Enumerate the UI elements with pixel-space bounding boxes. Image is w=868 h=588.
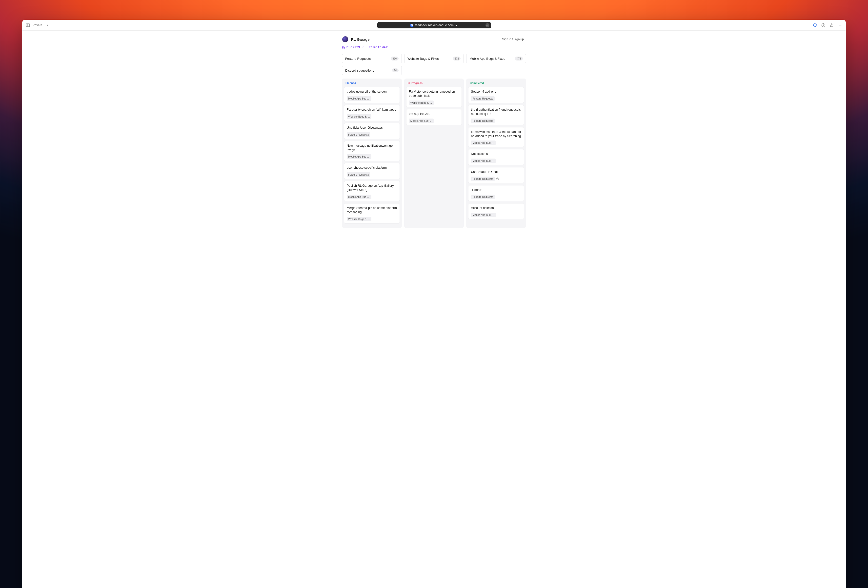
- bucket-count: 24: [392, 68, 399, 72]
- card-tags: Mobile App Bugs & F…: [409, 118, 459, 123]
- card-tags: Website Bugs & Fixes: [347, 217, 397, 221]
- tag: Feature Requests: [347, 172, 370, 177]
- titlebar: Private M feedback.rocket-league.com •••: [22, 20, 846, 31]
- brand[interactable]: RL Garage: [342, 36, 370, 43]
- shield-icon[interactable]: [813, 23, 817, 27]
- chevron-down-icon: [361, 46, 365, 49]
- roadmap-card[interactable]: the rl authentication friend reqeust is …: [468, 105, 524, 125]
- roadmap-card[interactable]: New message notificationwont go away!Mob…: [344, 141, 400, 161]
- svg-rect-0: [26, 24, 30, 27]
- bucket-name: Discord suggestions: [345, 69, 374, 72]
- tag: Website Bugs & Fixes: [347, 217, 371, 221]
- card-tags: Mobile App Bugs & F…: [347, 195, 397, 199]
- roadmap-card[interactable]: Fix Victor cert getting removed on trade…: [406, 87, 462, 107]
- card-title: the rl authentication friend reqeust is …: [471, 108, 521, 116]
- card-tags: Mobile App Bugs & F…: [347, 154, 397, 159]
- card-title: Unofficial User Giveaways: [347, 126, 397, 130]
- roadmap-card[interactable]: Items with less than 3 letters can not b…: [468, 127, 524, 148]
- card-tags: Website Bugs & Fixes: [347, 114, 397, 119]
- reader-button-icon[interactable]: •••: [486, 23, 489, 27]
- buckets-grid: Feature Requests876Website Bugs & Fixes6…: [342, 54, 526, 75]
- bucket-item[interactable]: Mobile App Bugs & Fixes473: [466, 54, 526, 63]
- favicon-icon: M: [410, 24, 413, 27]
- new-tab-icon[interactable]: [838, 23, 842, 27]
- column-header-planned: Planned: [344, 81, 400, 87]
- card-title: New message notificationwont go away!: [347, 144, 397, 152]
- tag: Feature Requests: [471, 195, 495, 199]
- tag: Mobile App Bugs & F…: [409, 118, 434, 123]
- bucket-count: 473: [515, 56, 523, 61]
- card-title: Fix quality search on "all" item types: [347, 108, 397, 112]
- bucket-item[interactable]: Feature Requests876: [342, 54, 402, 63]
- signin-link[interactable]: Sign in / Sign up: [500, 36, 526, 43]
- share-icon[interactable]: [830, 23, 834, 27]
- tag: Website Bugs & Fixes: [409, 100, 434, 105]
- browser-window: Private M feedback.rocket-league.com •••: [22, 20, 846, 588]
- roadmap-card[interactable]: "Codes"Feature Requests: [468, 185, 524, 201]
- address-bar[interactable]: M feedback.rocket-league.com •••: [377, 22, 491, 28]
- roadmap-card[interactable]: user choose specific platformFeature Req…: [344, 163, 400, 179]
- buckets-icon: [342, 46, 345, 49]
- tag: Website Bugs & Fixes: [347, 114, 371, 119]
- card-tags: Feature Requests: [347, 132, 397, 137]
- roadmap-card[interactable]: Merge Steam/Epic on same platform messag…: [344, 203, 400, 223]
- svg-rect-6: [342, 46, 344, 47]
- card-tags: Feature Requests: [471, 177, 521, 181]
- card-title: User Status in Chat: [471, 170, 521, 174]
- bucket-name: Website Bugs & Fixes: [407, 57, 439, 61]
- column-completed: Completed Season 4 add-onsFeature Reques…: [466, 78, 526, 228]
- card-title: Season 4 add-ons: [471, 90, 521, 94]
- card-title: trades going off of the screen: [347, 90, 397, 94]
- card-tags: Mobile App Bugs & F…: [471, 213, 521, 217]
- tab-buckets-label: BUCKETS: [347, 46, 360, 49]
- svg-rect-7: [344, 46, 345, 47]
- private-label: Private: [32, 24, 42, 27]
- tag: Mobile App Bugs & F…: [347, 195, 371, 199]
- roadmap-card[interactable]: Fix quality search on "all" item typesWe…: [344, 105, 400, 121]
- column-header-in-progress: In Progress: [406, 81, 462, 87]
- column-in-progress: In Progress Fix Victor cert getting remo…: [404, 78, 464, 228]
- bucket-item[interactable]: Website Bugs & Fixes672: [404, 54, 464, 63]
- sidebar-toggle-icon[interactable]: [26, 23, 30, 27]
- card-title: "Codes": [471, 188, 521, 192]
- tag: Feature Requests: [347, 132, 370, 137]
- bucket-item[interactable]: Discord suggestions24: [342, 66, 402, 75]
- card-title: user choose specific platform: [347, 166, 397, 170]
- back-button[interactable]: [45, 22, 51, 28]
- card-tags: Mobile App Bugs & F…: [471, 140, 521, 145]
- tab-roadmap[interactable]: ROADMAP: [369, 46, 388, 49]
- bucket-name: Feature Requests: [345, 57, 371, 61]
- card-tags: Feature Requests: [347, 172, 397, 177]
- roadmap-card[interactable]: Account deletionMobile App Bugs & F…: [468, 203, 524, 219]
- roadmap-card[interactable]: User Status in ChatFeature Requests: [468, 167, 524, 183]
- card-tags: Mobile App Bugs & F…: [347, 96, 397, 101]
- card-title: Fix Victor cert getting removed on trade…: [409, 90, 459, 98]
- site-title: RL Garage: [351, 37, 370, 41]
- roadmap-card[interactable]: the app freezesMobile App Bugs & F…: [406, 109, 462, 125]
- tag: Feature Requests: [471, 177, 495, 181]
- roadmap-card[interactable]: trades going off of the screenMobile App…: [344, 87, 400, 103]
- roadmap-card[interactable]: Season 4 add-onsFeature Requests: [468, 87, 524, 103]
- site-logo-icon: [342, 36, 348, 43]
- downloads-icon[interactable]: [821, 23, 825, 27]
- page-header: RL Garage Sign in / Sign up: [342, 34, 526, 46]
- tab-roadmap-label: ROADMAP: [373, 46, 388, 49]
- status-columns: Planned trades going off of the screenMo…: [342, 78, 526, 228]
- bucket-count: 672: [453, 56, 461, 61]
- roadmap-card[interactable]: Publish RL Garage on App Gallery (Huawei…: [344, 181, 400, 201]
- roadmap-card[interactable]: NotificationsMobile App Bugs & F…: [468, 149, 524, 165]
- card-tags: Website Bugs & Fixes: [409, 100, 459, 105]
- lock-icon: [455, 24, 458, 27]
- svg-rect-9: [344, 47, 345, 49]
- card-tags: Feature Requests: [471, 195, 521, 199]
- column-planned: Planned trades going off of the screenMo…: [342, 78, 402, 228]
- roadmap-icon: [369, 46, 372, 49]
- roadmap-card[interactable]: Unofficial User GiveawaysFeature Request…: [344, 123, 400, 139]
- card-title: Notifications: [471, 152, 521, 156]
- card-title: Merge Steam/Epic on same platform messag…: [347, 206, 397, 214]
- svg-rect-10: [369, 46, 371, 48]
- url-text: feedback.rocket-league.com: [415, 24, 454, 27]
- bucket-count: 876: [391, 56, 399, 61]
- page-content: RL Garage Sign in / Sign up BUCKETS ROAD…: [22, 31, 846, 588]
- tab-buckets[interactable]: BUCKETS: [342, 46, 365, 49]
